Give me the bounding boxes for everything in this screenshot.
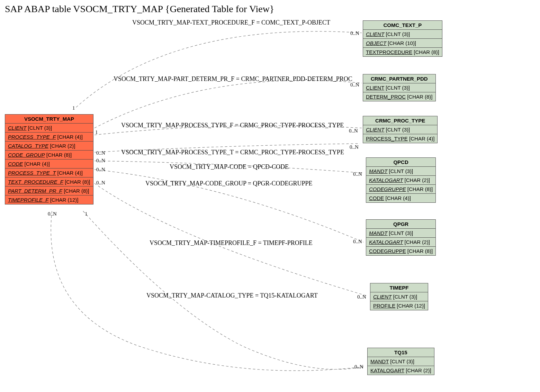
entity-field: CLIENT [CLNT (3)] <box>5 124 93 133</box>
entity-field: PROFILE [CHAR (12)] <box>370 301 428 310</box>
cardinality: 0..N <box>96 167 105 173</box>
entity-field: MANDT [CLNT (3)] <box>366 229 435 238</box>
entity-field: TEXT_PROCEDURE_F [CHAR (8)] <box>5 177 93 186</box>
entity-field: CODEGRUPPE [CHAR (8)] <box>366 247 435 255</box>
cardinality: 1 <box>85 211 88 217</box>
relation-label: VSOCM_TRTY_MAP-TEXT_PROCEDURE_F = COMC_T… <box>132 19 330 26</box>
entity-main: VSOCM_TRTY_MAP CLIENT [CLNT (3)] PROCESS… <box>5 114 93 204</box>
relation-label: VSOCM_TRTY_MAP-CODE_GROUP = QPGR-CODEGRU… <box>145 180 312 187</box>
entity-header: CRMC_PARTNER_PDD <box>363 74 435 83</box>
entity-field: CLIENT [CLNT (3)] <box>363 83 435 92</box>
cardinality: 0..N <box>350 30 359 36</box>
cardinality: 0..N <box>96 158 105 164</box>
entity-field: CLIENT [CLNT (3)] <box>363 30 442 39</box>
entity-timepf: TIMEPF CLIENT [CLNT (3)] PROFILE [CHAR (… <box>370 283 428 310</box>
entity-header: CRMC_PROC_TYPE <box>363 116 437 125</box>
cardinality: 0..N <box>353 171 362 177</box>
cardinality: 1 <box>95 129 98 135</box>
cardinality: 0..N <box>354 364 363 370</box>
entity-field: MANDT [CLNT (3)] <box>368 357 434 366</box>
cardinality: 0..N <box>353 239 362 245</box>
cardinality: 0..N <box>96 180 105 186</box>
cardinality: 0..N <box>350 82 359 88</box>
entity-qpcd: QPCD MANDT [CLNT (3)] KATALOGART [CHAR (… <box>366 157 436 203</box>
relation-label: VSOCM_TRTY_MAP-CODE = QPCD-CODE <box>170 163 289 171</box>
cardinality: 0..N <box>350 144 359 150</box>
relation-label: VSOCM_TRTY_MAP-PART_DETERM_PR_F = CRMC_P… <box>114 75 352 83</box>
entity-field: DETERM_PROC [CHAR (8)] <box>363 92 435 101</box>
entity-field: CODE [CHAR (4)] <box>5 159 93 168</box>
cardinality: 1 <box>72 105 75 111</box>
entity-header: TIMEPF <box>370 283 428 292</box>
diagram-title: SAP ABAP table VSOCM_TRTY_MAP {Generated… <box>5 3 274 15</box>
cardinality: 0..N <box>96 150 105 156</box>
entity-field: PROCESS_TYPE_T [CHAR (4)] <box>5 168 93 177</box>
relation-label: VSOCM_TRTY_MAP-PROCESS_TYPE_F = CRMC_PRO… <box>121 122 344 129</box>
entity-main-header: VSOCM_TRTY_MAP <box>5 115 93 124</box>
entity-field: KATALOGART [CHAR (2)] <box>368 366 434 375</box>
entity-header: QPCD <box>366 158 435 167</box>
entity-field: CLIENT [CLNT (3)] <box>363 125 437 134</box>
entity-field: KATALOGART [CHAR (2)] <box>366 176 435 185</box>
relation-label: VSOCM_TRTY_MAP-CATALOG_TYPE = TQ15-KATAL… <box>146 292 318 299</box>
relation-label: VSOCM_TRTY_MAP-PROCESS_TYPE_T = CRMC_PRO… <box>121 149 344 156</box>
relation-label: VSOCM_TRTY_MAP-TIMEPROFILE_F = TIMEPF-PR… <box>150 239 313 247</box>
entity-field: KATALOGART [CHAR (2)] <box>366 238 435 247</box>
cardinality: 0..N <box>48 211 57 217</box>
entity-field: PART_DETERM_PR_F [CHAR (8)] <box>5 186 93 195</box>
entity-field: CODE_GROUP [CHAR (8)] <box>5 151 93 159</box>
cardinality: 0..N <box>349 128 358 134</box>
entity-field: TEXTPROCEDURE [CHAR (8)] <box>363 48 442 56</box>
entity-header: TQ15 <box>368 348 434 357</box>
entity-crmc-proc-type: CRMC_PROC_TYPE CLIENT [CLNT (3)] PROCESS… <box>363 116 438 143</box>
entity-header: COMC_TEXT_P <box>363 21 442 30</box>
entity-field: MANDT [CLNT (3)] <box>366 167 435 176</box>
entity-field: CODE [CHAR (4)] <box>366 194 435 202</box>
entity-crmc-partner-pdd: CRMC_PARTNER_PDD CLIENT [CLNT (3)] DETER… <box>363 74 436 101</box>
entity-field: CODEGRUPPE [CHAR (8)] <box>366 185 435 194</box>
entity-field: PROCESS_TYPE [CHAR (4)] <box>363 134 437 143</box>
entity-field: PROCESS_TYPE_F [CHAR (4)] <box>5 133 93 142</box>
entity-tq15: TQ15 MANDT [CLNT (3)] KATALOGART [CHAR (… <box>367 348 434 375</box>
entity-field: CLIENT [CLNT (3)] <box>370 292 428 301</box>
entity-qpgr: QPGR MANDT [CLNT (3)] KATALOGART [CHAR (… <box>366 219 436 256</box>
entity-field: TIMEPROFILE_F [CHAR (12)] <box>5 195 93 204</box>
entity-field: CATALOG_TYPE [CHAR (2)] <box>5 142 93 151</box>
entity-header: QPGR <box>366 220 435 229</box>
cardinality-timepf: 0..N <box>357 294 366 300</box>
entity-field: OBJECT [CHAR (10)] <box>363 39 442 48</box>
entity-comc-text-p: COMC_TEXT_P CLIENT [CLNT (3)] OBJECT [CH… <box>363 20 442 57</box>
